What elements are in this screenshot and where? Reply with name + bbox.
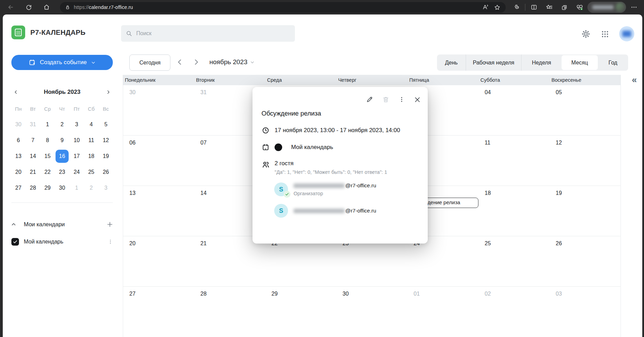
prev-period-icon[interactable] xyxy=(176,58,184,66)
view-tab-3[interactable]: Месяц xyxy=(562,55,598,70)
mini-day[interactable]: 15 xyxy=(40,148,55,164)
mini-day[interactable]: 19 xyxy=(99,148,113,164)
close-popup-icon[interactable] xyxy=(414,96,421,103)
browser-menu-icon[interactable] xyxy=(628,1,640,13)
day-cell[interactable]: 04 xyxy=(478,85,549,135)
user-avatar[interactable] xyxy=(619,26,634,41)
mini-day[interactable]: 5 xyxy=(99,117,113,132)
day-cell[interactable]: 12 xyxy=(549,136,621,186)
browser-back-icon[interactable] xyxy=(5,1,17,13)
mini-day[interactable]: 10 xyxy=(69,132,84,148)
mini-day[interactable]: 3 xyxy=(69,117,84,132)
browser-essentials-icon[interactable] xyxy=(574,1,585,13)
browser-profile-button[interactable] xyxy=(587,2,626,13)
collapse-section-icon[interactable] xyxy=(11,222,16,227)
calendar-checkbox[interactable] xyxy=(11,238,19,246)
mini-day[interactable]: 18 xyxy=(84,148,98,164)
next-period-icon[interactable] xyxy=(192,58,200,66)
view-tab-0[interactable]: День xyxy=(437,54,466,71)
address-bar[interactable]: https://calendar.r7-office.ru xyxy=(60,2,506,13)
settings-gear-icon[interactable] xyxy=(581,29,591,39)
mini-day[interactable]: 31 xyxy=(26,117,40,132)
mini-day[interactable]: 17 xyxy=(69,148,84,164)
mini-day[interactable]: 6 xyxy=(11,132,26,148)
edit-event-icon[interactable] xyxy=(366,96,373,103)
day-cell[interactable]: 27 xyxy=(123,287,194,337)
day-cell[interactable]: 25 xyxy=(478,236,549,286)
day-cell[interactable]: 05 xyxy=(549,85,621,135)
delete-event-icon[interactable] xyxy=(382,96,389,103)
mini-day[interactable]: 27 xyxy=(11,180,26,196)
today-button[interactable]: Сегодня xyxy=(129,54,170,71)
day-cell[interactable]: 06 xyxy=(123,136,194,186)
mini-next-month-icon[interactable] xyxy=(103,90,113,95)
day-cell[interactable]: 20 xyxy=(123,236,194,286)
day-cell[interactable]: 29 xyxy=(265,287,336,337)
day-cell[interactable]: 01 xyxy=(407,287,478,337)
read-aloud-icon[interactable] xyxy=(479,1,491,13)
mini-day[interactable]: 26 xyxy=(99,164,113,180)
mini-day[interactable]: 24 xyxy=(69,164,84,180)
extensions-icon[interactable] xyxy=(511,1,522,13)
attendee-row[interactable]: S @r7-office.ru Организатор xyxy=(274,182,419,196)
mini-day[interactable]: 29 xyxy=(40,180,55,196)
mini-day[interactable]: 22 xyxy=(40,164,55,180)
mini-day[interactable]: 2 xyxy=(84,180,98,196)
mini-day[interactable]: 13 xyxy=(11,148,26,164)
collapse-panel-icon[interactable]: « xyxy=(628,74,640,86)
day-cell[interactable]: 30 xyxy=(123,85,194,135)
day-cell[interactable]: 26 xyxy=(549,236,621,286)
mini-day[interactable]: 7 xyxy=(26,132,40,148)
mini-day[interactable]: 30 xyxy=(55,180,69,196)
mini-day[interactable]: 30 xyxy=(11,117,26,132)
day-cell[interactable]: 19 xyxy=(549,186,621,236)
create-event-button[interactable]: Создать событие xyxy=(11,55,113,70)
app-logo[interactable] xyxy=(11,26,25,39)
mini-day[interactable]: 21 xyxy=(26,164,40,180)
mini-day[interactable]: 2 xyxy=(55,117,69,132)
day-cell[interactable]: 23 xyxy=(336,236,407,286)
mini-prev-month-icon[interactable] xyxy=(11,90,21,95)
browser-home-icon[interactable] xyxy=(41,1,52,13)
day-cell[interactable]: 03 xyxy=(549,287,621,337)
view-tab-4[interactable]: Год xyxy=(598,54,628,71)
mini-day[interactable]: 8 xyxy=(40,132,55,148)
mini-day[interactable]: 28 xyxy=(26,180,40,196)
search-box[interactable] xyxy=(121,25,295,42)
mini-day[interactable]: 12 xyxy=(99,132,113,148)
view-tab-1[interactable]: Рабочая неделя xyxy=(466,54,521,71)
day-cell[interactable]: 28 xyxy=(194,287,265,337)
apps-grid-icon[interactable] xyxy=(601,30,609,38)
mini-day[interactable]: 23 xyxy=(55,164,69,180)
mini-day[interactable]: 20 xyxy=(11,164,26,180)
browser-refresh-icon[interactable] xyxy=(23,1,34,13)
calendar-list-item[interactable]: Мой календарь xyxy=(11,237,113,246)
day-cell[interactable]: 21 xyxy=(194,236,265,286)
day-cell[interactable]: 24 xyxy=(407,236,478,286)
mini-day[interactable]: 1 xyxy=(69,180,84,196)
mini-day-selected[interactable]: 16 xyxy=(55,148,69,164)
attendee-row[interactable]: S @r7-office.ru xyxy=(274,204,419,218)
mini-day[interactable]: 25 xyxy=(84,164,98,180)
mini-day[interactable]: 11 xyxy=(84,132,98,148)
mini-day[interactable]: 3 xyxy=(99,180,113,196)
view-tab-2[interactable]: Неделя xyxy=(521,54,562,71)
day-cell[interactable]: 11 xyxy=(478,136,549,186)
collections-icon[interactable] xyxy=(558,1,570,13)
day-cell[interactable]: 18 xyxy=(478,186,549,236)
day-cell[interactable]: 30 xyxy=(336,287,407,337)
period-selector[interactable]: ноябрь 2023 xyxy=(209,58,255,66)
favorites-bar-icon[interactable] xyxy=(543,1,555,13)
search-input[interactable] xyxy=(136,30,290,37)
day-cell[interactable]: 02 xyxy=(478,287,549,337)
split-screen-icon[interactable] xyxy=(528,1,540,13)
mini-day[interactable]: 1 xyxy=(40,117,55,132)
favorite-star-icon[interactable] xyxy=(491,1,503,13)
add-calendar-icon[interactable] xyxy=(107,221,113,228)
mini-day[interactable]: 14 xyxy=(26,148,40,164)
day-cell[interactable]: 13 xyxy=(123,186,194,236)
mini-day[interactable]: 4 xyxy=(84,117,98,132)
calendar-options-icon[interactable] xyxy=(108,239,113,245)
day-cell[interactable]: 22 xyxy=(265,236,336,286)
mini-day[interactable]: 9 xyxy=(55,132,69,148)
